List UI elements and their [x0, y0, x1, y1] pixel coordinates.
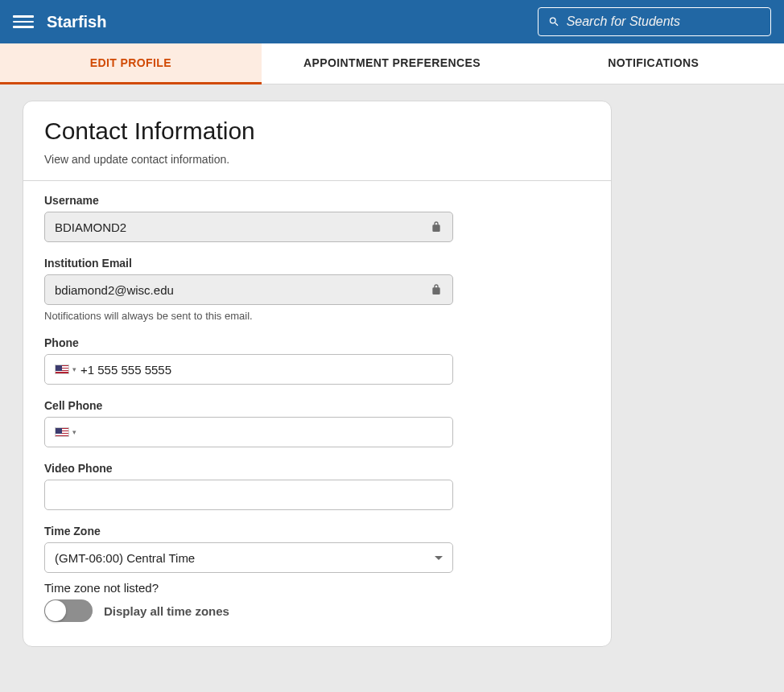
us-flag-icon[interactable] [55, 427, 69, 437]
institution-email-label: Institution Email [44, 257, 590, 270]
time-zone-label: Time Zone [44, 525, 590, 538]
time-zone-value: (GMT-06:00) Central Time [55, 551, 195, 565]
lock-icon [430, 283, 443, 296]
institution-email-hint: Notifications will always be sent to thi… [44, 310, 590, 322]
field-video-phone: Video Phone [44, 462, 590, 510]
username-input: BDIAMOND2 [44, 212, 453, 242]
tab-appointment-preferences[interactable]: APPOINTMENT PREFERENCES [262, 43, 523, 84]
toggle-row: Display all time zones [44, 599, 590, 622]
field-time-zone: Time Zone (GMT-06:00) Central Time Time … [44, 525, 590, 622]
cell-phone-input[interactable] [80, 426, 443, 439]
search-input[interactable] [567, 14, 761, 29]
institution-email-input: bdiamond2@wisc.edu [44, 274, 453, 305]
tab-notifications[interactable]: NOTIFICATIONS [522, 43, 784, 84]
cell-phone-input-wrapper[interactable]: ▾ [44, 417, 453, 447]
cell-phone-label: Cell Phone [44, 399, 590, 412]
chevron-down-icon[interactable]: ▾ [72, 365, 76, 373]
username-value: BDIAMOND2 [55, 220, 430, 234]
card-title: Contact Information [44, 117, 590, 145]
field-phone: Phone ▾ [44, 336, 590, 385]
search-box[interactable] [538, 7, 771, 36]
toggle-knob [45, 600, 66, 621]
field-cell-phone: Cell Phone ▾ [44, 399, 590, 447]
username-label: Username [44, 194, 590, 207]
field-institution-email: Institution Email bdiamond2@wisc.edu Not… [44, 257, 590, 322]
us-flag-icon[interactable] [55, 365, 69, 374]
time-zone-question: Time zone not listed? [44, 581, 590, 595]
field-username: Username BDIAMOND2 [44, 194, 590, 242]
card-body: Username BDIAMOND2 Institution Email bdi… [23, 181, 611, 646]
phone-input[interactable] [80, 363, 443, 377]
institution-email-value: bdiamond2@wisc.edu [55, 283, 430, 297]
chevron-down-icon [435, 556, 443, 560]
phone-label: Phone [44, 336, 590, 349]
time-zone-select[interactable]: (GMT-06:00) Central Time [44, 542, 453, 573]
menu-icon[interactable] [13, 11, 34, 32]
card-subtitle: View and update contact information. [44, 153, 590, 166]
phone-input-wrapper[interactable]: ▾ [44, 354, 453, 385]
contact-info-card: Contact Information View and update cont… [23, 101, 612, 647]
tab-edit-profile[interactable]: EDIT PROFILE [0, 43, 262, 84]
top-header: Starfish [0, 0, 784, 43]
tabs-nav: EDIT PROFILE APPOINTMENT PREFERENCES NOT… [0, 43, 784, 84]
brand-title: Starfish [47, 13, 106, 31]
video-phone-input[interactable] [55, 488, 443, 502]
toggle-label: Display all time zones [104, 604, 229, 618]
chevron-down-icon[interactable]: ▾ [72, 428, 76, 436]
video-phone-label: Video Phone [44, 462, 590, 475]
search-icon [548, 15, 560, 28]
card-header: Contact Information View and update cont… [23, 101, 611, 181]
lock-icon [430, 220, 443, 233]
video-phone-input-wrapper[interactable] [44, 480, 453, 510]
display-all-timezones-toggle[interactable] [44, 599, 93, 622]
content-area: Contact Information View and update cont… [0, 84, 784, 663]
